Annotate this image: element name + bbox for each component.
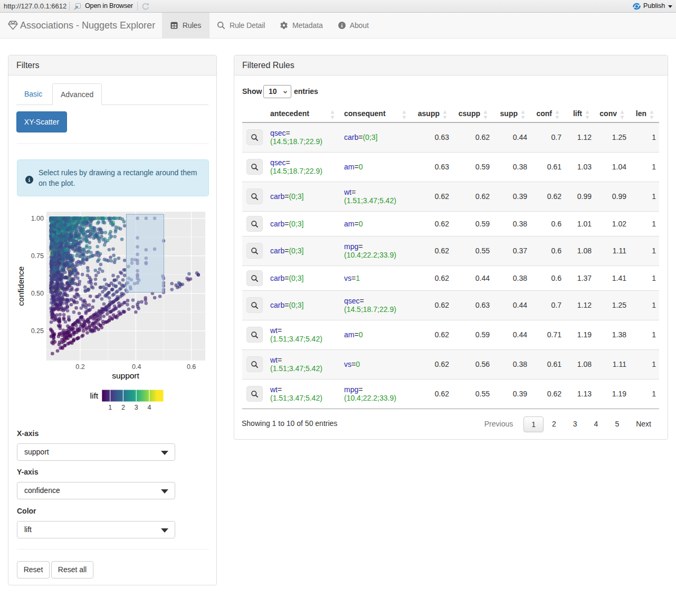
svg-text:0.50: 0.50: [31, 290, 44, 297]
svg-text:lift: lift: [90, 391, 99, 400]
svg-text:1: 1: [108, 404, 112, 411]
svg-text:0.25: 0.25: [31, 327, 44, 335]
svg-text:3: 3: [135, 404, 138, 411]
svg-text:confidence: confidence: [16, 267, 25, 306]
svg-text:0.2: 0.2: [75, 363, 84, 371]
svg-text:2: 2: [121, 404, 125, 411]
svg-text:1.00: 1.00: [31, 215, 44, 222]
svg-text:support: support: [112, 371, 139, 380]
svg-text:0.6: 0.6: [187, 363, 196, 371]
svg-text:4: 4: [148, 404, 151, 411]
svg-text:0.4: 0.4: [132, 363, 141, 371]
svg-text:0.75: 0.75: [31, 252, 44, 260]
